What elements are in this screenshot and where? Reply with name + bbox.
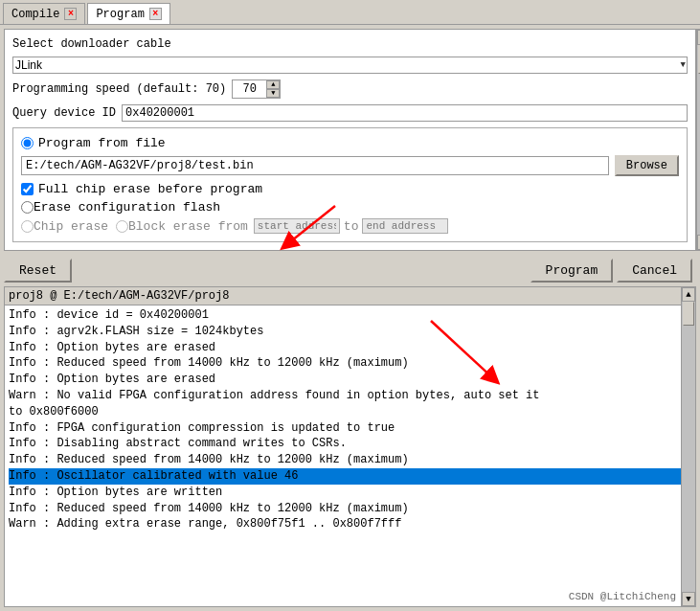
top-panel-scrollbar[interactable]: ▲ ▼ [696, 29, 700, 251]
file-path-row: Browse [21, 155, 679, 176]
program-from-file-radio[interactable] [21, 137, 34, 149]
log-line: Info : Disabling abstract command writes… [9, 436, 691, 452]
log-line: Info : Option bytes are erased [9, 372, 691, 388]
log-line: Warn : No valid FPGA configuration addre… [9, 388, 691, 404]
tab-program[interactable]: Program × [87, 3, 169, 24]
prog-speed-input[interactable] [233, 82, 266, 96]
file-path-input[interactable] [21, 156, 609, 175]
log-line: Info : Reduced speed from 14000 kHz to 1… [9, 501, 691, 517]
spinner-down[interactable]: ▼ [266, 89, 280, 98]
downloader-row: Select downloader cable [12, 37, 688, 51]
downloader-select-row: JLink USB Blaster [12, 57, 688, 74]
tab-compile-label: Compile [11, 8, 59, 21]
query-id-row: Query device ID [12, 104, 688, 122]
block-erase-label: Block erase from [128, 219, 248, 234]
log-line: Info : Option bytes are written [9, 485, 691, 501]
log-scroll-up[interactable]: ▲ [682, 287, 695, 302]
log-line: Info : FPGA configuration compression is… [9, 420, 691, 437]
tab-compile[interactable]: Compile × [3, 3, 85, 24]
prog-speed-label: Programming speed (default: 70) [12, 82, 226, 96]
log-line: Info : Reduced speed from 14000 kHz to 1… [9, 355, 691, 372]
log-content[interactable]: Info : device id = 0x40200001Info : agrv… [5, 306, 695, 606]
log-scroll-down[interactable]: ▼ [682, 592, 695, 606]
tab-program-label: Program [96, 8, 144, 21]
downloader-select[interactable]: JLink USB Blaster [12, 57, 688, 74]
program-button[interactable]: Program [531, 259, 614, 283]
chip-block-erase-row: Chip erase Block erase from to [21, 218, 679, 234]
full-erase-label: Full chip erase before program [38, 182, 262, 196]
query-id-input[interactable] [122, 104, 688, 122]
start-addr-input[interactable] [254, 218, 340, 234]
cancel-button[interactable]: Cancel [617, 259, 692, 283]
log-panel: proj8 @ E:/tech/AGM-AG32VF/proj8 Info : … [4, 286, 696, 607]
chip-erase-radio[interactable] [21, 220, 34, 233]
log-line: Warn : Adding extra erase range, 0x800f7… [9, 516, 691, 532]
full-erase-checkbox[interactable] [21, 183, 34, 195]
log-scroll-thumb[interactable] [683, 302, 694, 326]
log-scrollbar[interactable]: ▲ ▼ [681, 287, 695, 606]
main-container: Select downloader cable JLink USB Blaste… [0, 25, 700, 611]
spinner-buttons: ▲ ▼ [266, 80, 280, 98]
downloader-select-wrapper: JLink USB Blaster [12, 57, 688, 74]
spinner-up[interactable]: ▲ [266, 80, 280, 89]
block-erase-radio[interactable] [116, 220, 128, 233]
button-row: Reset Program Cancel [0, 255, 700, 286]
log-line: Info : agrv2k.FLASH size = 1024kbytes [9, 324, 691, 340]
end-addr-input[interactable] [362, 218, 448, 234]
prog-speed-row: Programming speed (default: 70) ▲ ▼ [12, 79, 688, 99]
tab-compile-close[interactable]: × [64, 8, 77, 20]
downloader-label: Select downloader cable [12, 37, 171, 51]
log-line: Info : Oscillator calibrated with value … [9, 468, 691, 485]
program-section: Program from file Browse Full chip erase… [12, 127, 688, 242]
app-window: Compile × Program × Select downloader ca… [0, 0, 700, 611]
prog-speed-spinner: ▲ ▼ [232, 79, 281, 99]
erase-config-radio[interactable] [21, 201, 34, 214]
log-header: proj8 @ E:/tech/AGM-AG32VF/proj8 [5, 287, 695, 306]
full-erase-row: Full chip erase before program [21, 182, 679, 196]
erase-config-label: Erase configuration flash [34, 200, 220, 215]
reset-button[interactable]: Reset [4, 259, 72, 283]
tab-program-close[interactable]: × [149, 8, 162, 20]
program-from-file-label: Program from file [38, 136, 166, 150]
top-panel: Select downloader cable JLink USB Blaste… [4, 29, 696, 251]
log-line: Info : device id = 0x40200001 [9, 307, 691, 324]
tab-bar: Compile × Program × [0, 0, 700, 25]
chip-erase-label: Chip erase [34, 219, 108, 234]
erase-config-row: Erase configuration flash [21, 200, 679, 215]
log-line: to 0x800f6000 [9, 404, 691, 420]
log-scroll-track [682, 302, 695, 592]
log-line: Info : Reduced speed from 14000 kHz to 1… [9, 452, 691, 468]
log-line: Info : Option bytes are erased [9, 340, 691, 356]
watermark: CSDN @LitchiCheng [569, 591, 676, 602]
program-from-file-row: Program from file [21, 136, 679, 150]
query-id-label: Query device ID [12, 106, 116, 120]
browse-button[interactable]: Browse [615, 155, 679, 176]
to-label: to [344, 219, 359, 234]
